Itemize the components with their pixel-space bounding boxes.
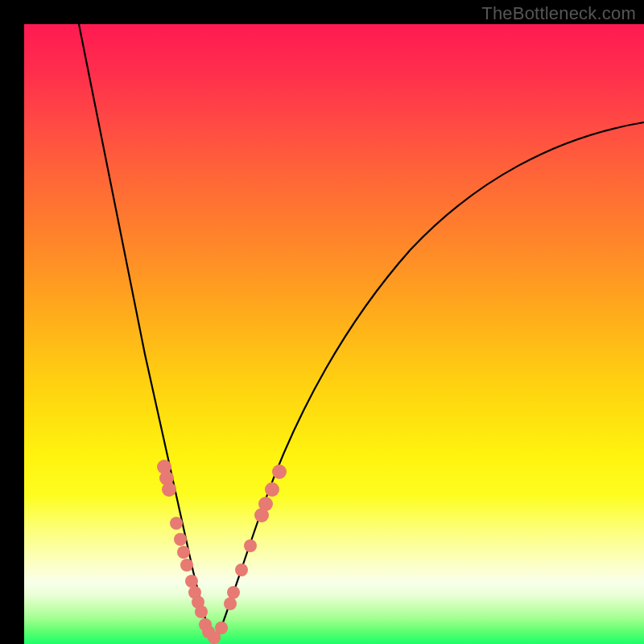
dot-r4 [244,539,257,552]
dot-b4 [215,621,228,634]
dot-r6 [258,497,273,511]
dot-l8 [185,575,198,588]
left-branch-curve [79,24,211,638]
dot-l3 [162,482,176,497]
dot-l6 [177,546,190,559]
dot-r2 [227,586,240,599]
dot-l11 [195,605,208,618]
dot-l4 [170,517,183,530]
dot-r1 [224,597,237,610]
curves-layer [24,24,644,644]
dot-r8 [272,464,287,479]
dot-l7 [180,559,193,572]
plot-area [24,24,644,644]
right-branch-curve [216,122,644,641]
chart-frame: TheBottleneck.com [0,0,644,644]
watermark-text: TheBottleneck.com [481,3,636,24]
dot-r7 [265,482,279,497]
dot-l5 [174,533,187,546]
dot-r3 [235,564,248,576]
